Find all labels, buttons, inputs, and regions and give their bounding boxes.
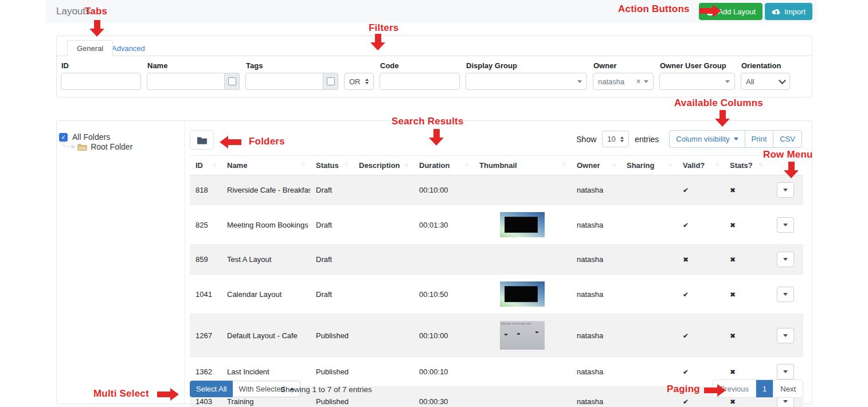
column-header-stats[interactable]: Stats?↑↓ [724, 156, 768, 175]
filter-fields: ID Name Tags OR [61, 61, 796, 90]
sort-icon: ↑↓ [212, 161, 216, 167]
select-all-button[interactable]: Select All [190, 381, 233, 397]
annotation-search-results: Search Results [392, 116, 464, 127]
row-status: Draft [310, 245, 353, 275]
page-1-button[interactable]: 1 [756, 380, 773, 397]
code-input[interactable] [380, 73, 460, 90]
row-thumbnail [474, 275, 571, 314]
owner-user-group-select[interactable] [659, 73, 735, 90]
row-menu-button[interactable] [777, 364, 794, 379]
row-valid: ✔ [677, 275, 724, 314]
check-icon: ✔ [683, 221, 689, 229]
column-header-description[interactable]: Description↑↓ [353, 156, 413, 175]
row-menu-button[interactable] [777, 287, 794, 302]
tag-logic-value: OR [349, 77, 362, 86]
tree-expand-icon[interactable]: ▷ [72, 144, 75, 149]
owner-select[interactable]: natasha × [593, 73, 654, 90]
row-status: Published [310, 314, 353, 357]
orientation-label: Orientation [741, 61, 790, 70]
column-header-name[interactable]: Name↑↓ [221, 156, 310, 175]
sort-icon: ↑↓ [758, 161, 762, 167]
row-menu-button[interactable] [777, 182, 794, 198]
caret-down-icon [783, 293, 788, 296]
row-id: 1267 [190, 314, 221, 357]
root-folder-node[interactable]: ▷ Root Folder [62, 142, 184, 151]
row-sharing [621, 275, 677, 314]
row-valid: ✔ [677, 314, 724, 357]
row-owner: natasha [571, 245, 621, 275]
row-owner: natasha [571, 357, 621, 387]
owner-clear-icon[interactable]: × [636, 78, 640, 85]
row-menu-button[interactable] [777, 252, 794, 267]
csv-button[interactable]: CSV [773, 130, 802, 148]
next-page-button[interactable]: Next [773, 380, 803, 397]
folder-toggle-button[interactable] [190, 130, 214, 150]
row-duration: 00:10:00 [413, 175, 474, 205]
layouts-page: Layouts Add Layout Import [0, 0, 868, 407]
check-icon: ✔ [683, 186, 689, 194]
tags-exact-addon[interactable] [323, 73, 338, 90]
row-sharing [621, 357, 677, 387]
id-input[interactable] [61, 73, 141, 90]
row-name: Meeting Room Bookings [221, 205, 310, 245]
thumbnail-detail [505, 334, 507, 335]
filter-display-group: Display Group [466, 61, 587, 90]
column-header-thumbnail[interactable]: Thumbnail↑↓ [474, 156, 571, 175]
column-header-status[interactable]: Status↑↓ [310, 156, 353, 175]
name-input[interactable] [147, 73, 225, 90]
tag-logic-select[interactable]: OR [344, 73, 374, 90]
cross-icon: ✖ [683, 256, 689, 264]
layout-thumbnail[interactable]: Welcome to Riverside Cafe [500, 321, 545, 350]
row-duration: 00:00:30 [413, 387, 474, 407]
column-header-id[interactable]: ID↑↓ [190, 156, 221, 175]
row-valid: ✔ [677, 205, 724, 245]
row-sharing [621, 205, 677, 245]
annotation-folders: Folders [249, 136, 285, 147]
row-menu-button[interactable] [777, 328, 794, 343]
annotation-paging: Paging [667, 383, 700, 395]
display-group-select[interactable] [466, 73, 587, 90]
name-exact-checkbox[interactable] [228, 77, 236, 85]
add-layout-label: Add Layout [718, 7, 756, 16]
row-description [353, 175, 413, 205]
table-row: 859Test A LayoutDraftnatasha✖✖ [190, 245, 803, 275]
row-status: Draft [310, 175, 353, 205]
caret-down-icon [783, 189, 788, 191]
all-folders-label: All Folders [72, 132, 110, 142]
layout-thumbnail[interactable] [500, 281, 545, 307]
column-header-valid[interactable]: Valid?↑↓ [677, 156, 724, 175]
sort-icon: ↑↓ [404, 161, 408, 167]
cross-icon: ✖ [730, 186, 736, 194]
page-size-select[interactable]: 10 [602, 131, 629, 147]
print-button[interactable]: Print [745, 130, 774, 148]
filter-tag-logic: OR [344, 61, 374, 90]
csv-label: CSV [780, 135, 795, 143]
row-id: 1041 [190, 275, 221, 314]
column-header-owner[interactable]: Owner↑↓ [571, 156, 621, 175]
column-visibility-label: Column visibility [676, 135, 729, 143]
name-exact-addon[interactable] [225, 73, 240, 90]
table-header-row: ID↑↓Name↑↓Status↑↓Description↑↓Duration↑… [190, 156, 803, 175]
folders-arrow [220, 136, 241, 148]
column-visibility-button[interactable]: Column visibility [669, 130, 745, 148]
tab-general[interactable]: General [67, 40, 113, 56]
import-button[interactable]: Import [765, 3, 812, 20]
tags-exact-checkbox[interactable] [327, 77, 335, 85]
row-name: Calendar Layout [221, 275, 310, 314]
orientation-select[interactable]: All [741, 73, 790, 90]
page-size-value: 10 [607, 135, 617, 143]
tags-input[interactable] [245, 73, 323, 90]
sort-icon: ↑↓ [612, 161, 615, 167]
row-valid: ✖ [677, 245, 724, 275]
sort-icon: ↑↓ [668, 161, 671, 167]
filter-code: Code [380, 61, 460, 90]
row-menu-cell [768, 175, 803, 205]
layout-thumbnail[interactable] [500, 212, 545, 237]
row-menu-cell [768, 205, 803, 245]
available-columns-arrow [715, 110, 730, 127]
column-header-duration[interactable]: Duration↑↓ [413, 156, 474, 175]
all-folders-node[interactable]: ✓ All Folders [59, 132, 184, 142]
folder-icon [77, 143, 87, 151]
row-menu-button[interactable] [777, 217, 794, 233]
column-header-sharing[interactable]: Sharing↑↓ [621, 156, 677, 175]
